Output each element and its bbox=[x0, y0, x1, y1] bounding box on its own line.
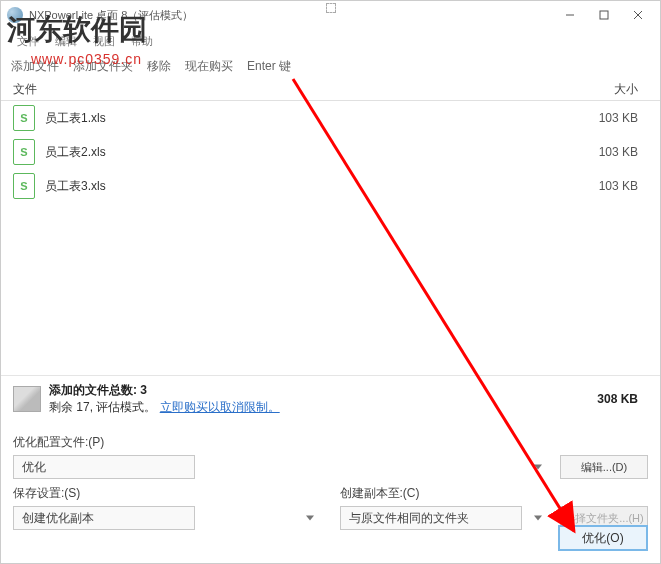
file-row[interactable]: 员工表1.xls 103 KB bbox=[1, 101, 660, 135]
menu-file[interactable]: 文件 bbox=[11, 34, 45, 49]
profile-label: 优化配置文件:(P) bbox=[13, 434, 648, 451]
total-size: 308 KB bbox=[597, 392, 648, 406]
column-name[interactable]: 文件 bbox=[13, 81, 568, 98]
window-title: NXPowerLite 桌面 8（评估模式） bbox=[29, 8, 554, 23]
file-name: 员工表1.xls bbox=[45, 110, 568, 127]
xls-file-icon bbox=[13, 139, 35, 165]
file-size: 103 KB bbox=[568, 145, 648, 159]
xls-file-icon bbox=[13, 105, 35, 131]
file-size: 103 KB bbox=[568, 179, 648, 193]
app-logo-icon bbox=[7, 7, 23, 23]
menubar: 文件 编辑 视图 帮助 bbox=[1, 29, 660, 53]
buy-now-link[interactable]: 立即购买以取消限制。 bbox=[160, 400, 280, 414]
menu-edit[interactable]: 编辑 bbox=[49, 34, 83, 49]
profile-select[interactable] bbox=[13, 455, 195, 479]
minimize-button[interactable] bbox=[554, 4, 586, 26]
edit-profile-button[interactable]: 编辑...(D) bbox=[560, 455, 648, 479]
column-size[interactable]: 大小 bbox=[568, 81, 648, 98]
summary-bar: 添加的文件总数: 3 剩余 17, 评估模式。 立即购买以取消限制。 308 K… bbox=[1, 375, 660, 422]
xls-file-icon bbox=[13, 173, 35, 199]
toolbar-add-folder[interactable]: 添加文件夹 bbox=[73, 58, 133, 75]
toolbar-remove[interactable]: 移除 bbox=[147, 58, 171, 75]
summary-thumb-icon bbox=[13, 386, 41, 412]
trial-remaining: 剩余 17, 评估模式。 bbox=[49, 400, 156, 414]
svg-rect-1 bbox=[600, 11, 608, 19]
toolbar-add-files[interactable]: 添加文件 bbox=[11, 58, 59, 75]
menu-help[interactable]: 帮助 bbox=[125, 34, 159, 49]
menu-view[interactable]: 视图 bbox=[87, 34, 121, 49]
toolbar: 添加文件 添加文件夹 移除 现在购买 Enter 键 bbox=[1, 53, 660, 79]
copy-to-select[interactable] bbox=[340, 506, 522, 530]
file-name: 员工表2.xls bbox=[45, 144, 568, 161]
save-settings-select[interactable] bbox=[13, 506, 195, 530]
file-row[interactable]: 员工表2.xls 103 KB bbox=[1, 135, 660, 169]
copy-to-label: 创建副本至:(C) bbox=[340, 485, 649, 502]
file-size: 103 KB bbox=[568, 111, 648, 125]
file-name: 员工表3.xls bbox=[45, 178, 568, 195]
files-total-count: 添加的文件总数: 3 bbox=[49, 383, 147, 397]
maximize-button[interactable] bbox=[588, 4, 620, 26]
file-list-header: 文件 大小 bbox=[1, 79, 660, 101]
file-row[interactable]: 员工表3.xls 103 KB bbox=[1, 169, 660, 203]
toolbar-buy-now[interactable]: 现在购买 bbox=[185, 58, 233, 75]
close-button[interactable] bbox=[622, 4, 654, 26]
optimize-button[interactable]: 优化(O) bbox=[558, 525, 648, 551]
toolbar-enter-key[interactable]: Enter 键 bbox=[247, 58, 291, 75]
file-list: 员工表1.xls 103 KB 员工表2.xls 103 KB 员工表3.xls… bbox=[1, 101, 660, 203]
save-settings-label: 保存设置:(S) bbox=[13, 485, 322, 502]
settings-panel: 优化配置文件:(P) 编辑...(D) 保存设置:(S) 创建副本至:(C) 选… bbox=[1, 422, 660, 540]
